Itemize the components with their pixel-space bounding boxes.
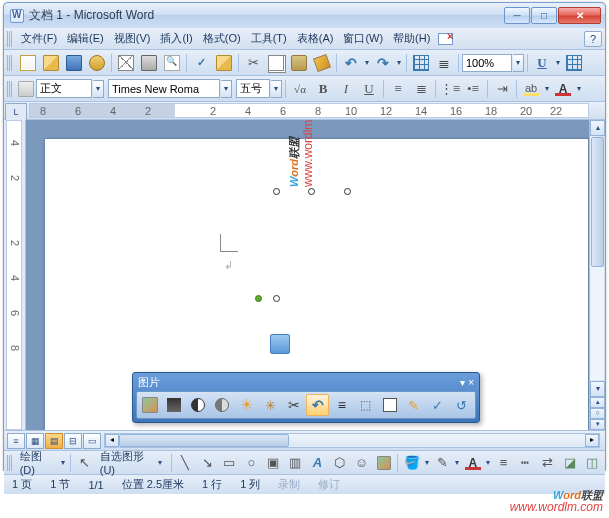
more-brightness-button[interactable]: ☀ (235, 394, 258, 416)
bold-button[interactable]: B (312, 79, 334, 99)
toolbar-close-icon[interactable]: × (468, 377, 474, 388)
cut-button[interactable]: ✂ (242, 52, 264, 73)
diagram-button[interactable]: ⬡ (329, 453, 350, 473)
border-button[interactable] (563, 52, 585, 73)
menu-file[interactable]: 文件(F) (16, 29, 62, 48)
help-icon[interactable]: ? (584, 31, 602, 47)
next-page-button[interactable]: ▾ (590, 419, 605, 430)
font-color-button[interactable]: A (462, 453, 483, 473)
resize-handle[interactable] (344, 188, 351, 195)
3d-button[interactable]: ◫ (581, 453, 602, 473)
color-button[interactable] (163, 394, 186, 416)
reset-button[interactable]: ↺ (450, 394, 473, 416)
autoshapes-menu[interactable]: 自选图形(U) ▾ (96, 448, 168, 477)
picture-toolbar[interactable]: 图片 ▾× ☀ ✳ ✂ ↶ ≡ ⬚ ✎ ✓ ↺ (132, 372, 480, 423)
undo-button[interactable]: ↶ (340, 52, 362, 73)
style-pane-icon[interactable] (18, 81, 34, 97)
resize-handle[interactable] (308, 188, 315, 195)
style-dropdown[interactable]: ▾ (93, 80, 104, 98)
oval-button[interactable]: ○ (241, 453, 262, 473)
vertical-ruler[interactable]: 4 2 2 4 6 8 (4, 120, 26, 430)
u-dropdown[interactable]: ▾ (554, 58, 562, 67)
maximize-button[interactable]: □ (531, 7, 557, 24)
text-wrap-button[interactable] (378, 394, 401, 416)
font-dropdown[interactable]: ▾ (221, 80, 232, 98)
print-button[interactable] (138, 52, 160, 73)
underline-button[interactable]: U (358, 79, 380, 99)
textbox-button[interactable]: ▣ (263, 453, 284, 473)
undo-dropdown[interactable]: ▾ (363, 58, 371, 67)
font-combo[interactable] (108, 79, 220, 98)
rect-button[interactable]: ▭ (219, 453, 240, 473)
horizontal-scrollbar[interactable]: ◂ ▸ (104, 433, 600, 448)
highlight-dropdown[interactable]: ▾ (543, 84, 551, 93)
save-button[interactable] (63, 52, 85, 73)
minimize-button[interactable]: ─ (504, 7, 530, 24)
clipart-button[interactable]: ☺ (351, 453, 372, 473)
resize-handle[interactable] (273, 188, 280, 195)
redo-button[interactable]: ↷ (372, 52, 394, 73)
paste-button[interactable] (288, 52, 310, 73)
numbered-list-button[interactable]: ⋮≡ (439, 79, 461, 99)
draw-menu[interactable]: 绘图(D) (17, 449, 58, 476)
scroll-down-button[interactable]: ▾ (590, 381, 605, 397)
vertical-scrollbar[interactable]: ▴ ▾ ▴ ○ ▾ (589, 120, 605, 430)
scroll-right-button[interactable]: ▸ (585, 434, 599, 447)
doc-close-button[interactable] (438, 33, 453, 45)
less-contrast-button[interactable] (211, 394, 234, 416)
less-brightness-button[interactable]: ✳ (259, 394, 282, 416)
font-color-button[interactable]: A (552, 79, 574, 99)
font-color-dropdown[interactable]: ▾ (575, 84, 583, 93)
resize-handle[interactable] (273, 295, 280, 302)
crop-button[interactable]: ✂ (283, 394, 306, 416)
style-combo[interactable] (36, 79, 92, 98)
rotate-left-button[interactable]: ↶ (306, 394, 329, 416)
normal-view-button[interactable]: ≡ (7, 433, 25, 449)
bullet-list-button[interactable]: •≡ (462, 79, 484, 99)
font-input[interactable] (109, 80, 219, 97)
arrow-button[interactable]: ↘ (197, 453, 218, 473)
scroll-up-button[interactable]: ▴ (590, 120, 605, 136)
insert-picture-button[interactable] (139, 394, 162, 416)
zoom-combo[interactable]: 100% (462, 54, 512, 72)
grip-icon[interactable] (7, 55, 13, 71)
research-button[interactable] (213, 52, 235, 73)
new-button[interactable] (17, 52, 39, 73)
horizontal-ruler[interactable]: 8 6 4 2 2 4 6 8 10 12 14 16 18 20 22 (29, 103, 589, 118)
line-button[interactable]: ╲ (175, 453, 196, 473)
italic-button[interactable]: I (335, 79, 357, 99)
menu-tools[interactable]: 工具(T) (246, 29, 292, 48)
indent-button[interactable]: ⇥ (491, 79, 513, 99)
more-contrast-button[interactable] (187, 394, 210, 416)
prev-page-button[interactable]: ▴ (590, 397, 605, 408)
style-input[interactable] (37, 80, 91, 97)
redo-dropdown[interactable]: ▾ (395, 58, 403, 67)
close-button[interactable]: ✕ (558, 7, 601, 24)
toolbar-options-icon[interactable]: ▾ (460, 377, 465, 388)
selection-box[interactable] (277, 192, 347, 312)
size-dropdown[interactable]: ▾ (271, 80, 282, 98)
menu-format[interactable]: 格式(O) (198, 29, 246, 48)
scroll-left-button[interactable]: ◂ (105, 434, 119, 447)
pinyin-button[interactable]: √α (289, 79, 311, 99)
columns-button[interactable]: ≣ (433, 52, 455, 73)
menu-help[interactable]: 帮助(H) (388, 29, 435, 48)
tab-selector[interactable]: L (5, 103, 27, 121)
document-area[interactable]: ↲ Word联盟 www.wordlm.com 图片 ▾× (26, 120, 605, 430)
dash-style-button[interactable]: ┅ (515, 453, 536, 473)
u-style-button[interactable]: U (531, 53, 553, 73)
size-input[interactable] (237, 80, 269, 97)
picture-button[interactable] (373, 453, 394, 473)
menu-edit[interactable]: 编辑(E) (62, 29, 109, 48)
zoom-dropdown[interactable]: ▾ (513, 54, 524, 72)
highlight-button[interactable]: ab (520, 79, 542, 99)
arrow-style-button[interactable]: ⇄ (537, 453, 558, 473)
transparent-button[interactable]: ✓ (426, 394, 449, 416)
table-button[interactable] (410, 52, 432, 73)
web-view-button[interactable]: ▦ (26, 433, 44, 449)
line-style-button[interactable]: ≡ (330, 394, 353, 416)
open-button[interactable] (40, 52, 62, 73)
picture-toolbar-header[interactable]: 图片 ▾× (133, 373, 479, 391)
grip-icon[interactable] (7, 31, 13, 47)
print-view-button[interactable]: ▤ (45, 433, 63, 449)
